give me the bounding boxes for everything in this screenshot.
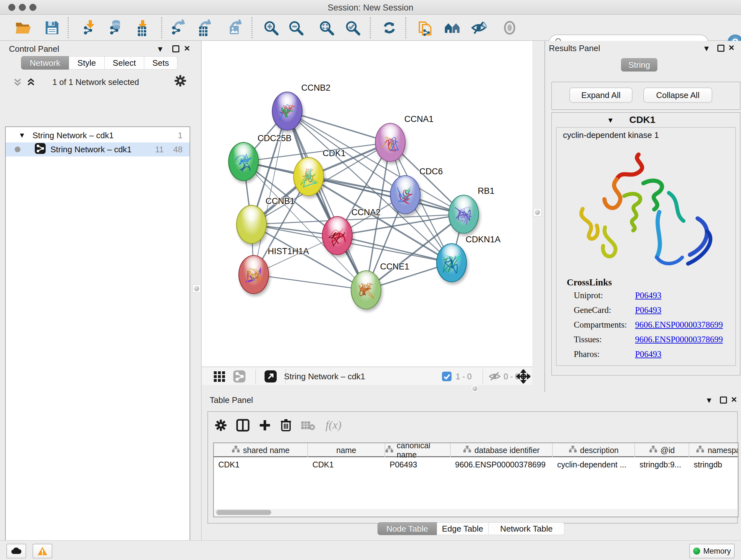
tab-node-table[interactable]: Node Table — [378, 522, 437, 535]
selected-checkbox-icon[interactable] — [442, 371, 452, 383]
fit-content-button[interactable] — [317, 18, 336, 37]
import-table-button[interactable] — [132, 18, 151, 37]
collapse-all-button[interactable]: Collapse All — [643, 87, 712, 103]
external-link-icon[interactable] — [264, 370, 277, 384]
crosslink-link[interactable]: P06493 — [635, 291, 662, 300]
node-CCNE1[interactable] — [351, 270, 381, 309]
crosslink-link[interactable]: 9606.ENSP00000378699 — [635, 320, 723, 330]
table-cell[interactable]: CDK1 — [214, 458, 308, 471]
crosslink-link[interactable]: 9606.ENSP00000378699 — [635, 334, 723, 345]
node-CCNB1[interactable] — [236, 205, 267, 244]
network-collection-row[interactable]: ▼ String Network – cdk1 1 — [6, 129, 190, 142]
node-CCNB2[interactable] — [272, 91, 302, 131]
tab-network[interactable]: Network — [21, 56, 69, 70]
crosslink-link[interactable]: P06493 — [635, 305, 662, 315]
export-network-button[interactable] — [169, 18, 188, 37]
delete-column-button[interactable] — [280, 419, 292, 433]
tab-network-table[interactable]: Network Table — [488, 522, 564, 535]
warning-button[interactable] — [32, 544, 52, 558]
cloud-button[interactable] — [6, 544, 26, 558]
panel-menu-icon[interactable]: ▼ — [703, 44, 711, 53]
hidden-eye-icon[interactable] — [488, 371, 501, 383]
node-CCNA1[interactable] — [375, 123, 406, 162]
table-cell[interactable]: cyclin-dependent ... — [553, 458, 635, 471]
scrollbar-thumb[interactable] — [216, 510, 271, 515]
panel-float-icon[interactable] — [718, 45, 724, 52]
network-canvas[interactable]: CCNB2CCNA1CDC25BCDK1CDC6RB1CCNB1CCNA2CDK… — [202, 41, 532, 367]
export-image-button[interactable] — [225, 18, 245, 37]
refresh-button[interactable] — [380, 18, 399, 37]
copy-documents-share-button[interactable] — [415, 18, 435, 37]
expand-all-button[interactable]: Expand All — [569, 87, 632, 103]
import-network-from-database-button[interactable] — [106, 18, 125, 37]
table-hscrollbar[interactable] — [214, 509, 737, 516]
column-header-name[interactable]: name — [308, 443, 385, 457]
edge-CDK1-RB1[interactable] — [309, 177, 464, 214]
panel-close-icon[interactable]: ✕ — [184, 44, 190, 53]
function-button[interactable]: f(x) — [324, 418, 345, 434]
left-splitter-knob[interactable] — [192, 285, 201, 293]
memory-button[interactable]: Memory — [689, 544, 735, 558]
tab-style[interactable]: Style — [69, 56, 105, 70]
column-header-namespace[interactable]: namespace — [689, 443, 738, 457]
column-header-shared-name[interactable]: shared name — [214, 443, 308, 457]
edge-HIST1H1A-CCNE1[interactable] — [254, 274, 366, 290]
column-header-description[interactable]: description — [553, 443, 635, 457]
node-table[interactable]: shared namenamecanonical namedatabase id… — [213, 442, 738, 517]
panel-float-icon[interactable] — [720, 396, 727, 403]
column-header-database-identifier[interactable]: database identifier — [451, 443, 553, 457]
table-cell[interactable]: 9606.ENSP00000378699 — [451, 458, 553, 471]
tab-select[interactable]: Select — [105, 56, 144, 70]
right-splitter-knob[interactable] — [533, 208, 542, 216]
homes-button[interactable] — [443, 18, 462, 37]
gear-icon[interactable] — [174, 75, 186, 88]
right-splitter[interactable] — [532, 41, 544, 392]
zoom-selected-button[interactable] — [343, 18, 362, 37]
panel-menu-icon[interactable]: ▼ — [705, 396, 713, 405]
add-column-button[interactable] — [259, 419, 271, 433]
share-network-icon[interactable] — [233, 370, 246, 384]
node-CCNA2[interactable] — [322, 216, 353, 255]
node-RB1[interactable] — [448, 195, 479, 234]
left-splitter[interactable] — [192, 41, 202, 540]
node-CDK1[interactable] — [293, 157, 324, 196]
panel-float-icon[interactable] — [172, 45, 179, 52]
panel-menu-icon[interactable]: ▼ — [156, 45, 164, 54]
panel-close-icon[interactable]: ✕ — [728, 44, 735, 52]
bottom-splitter-knob[interactable] — [471, 384, 479, 393]
node-CDC6[interactable] — [390, 175, 421, 214]
collapse-triangle-icon[interactable]: ▼ — [18, 131, 25, 139]
delete-table-button[interactable] — [300, 420, 315, 432]
birdseye-grid-icon[interactable] — [213, 371, 226, 383]
tab-edge-table[interactable]: Edge Table — [437, 522, 488, 535]
split-columns-button[interactable] — [236, 419, 250, 433]
table-cell[interactable]: P06493 — [385, 458, 451, 471]
import-network-from-file-button[interactable] — [78, 18, 98, 37]
zoom-in-button[interactable] — [261, 18, 281, 37]
panel-close-icon[interactable]: ✕ — [731, 395, 737, 404]
table-cell[interactable]: stringdb — [689, 458, 738, 471]
show-all-button[interactable] — [500, 18, 520, 37]
edge-CCNB2-CCNA1[interactable] — [287, 111, 390, 142]
edge-CCNB2-CCNE1[interactable] — [287, 111, 366, 290]
table-cell[interactable]: stringdb:9... — [635, 458, 689, 471]
collapse-entry-icon[interactable]: ▼ — [607, 116, 614, 125]
crosshair-icon[interactable] — [516, 369, 530, 385]
save-session-button[interactable] — [42, 18, 62, 37]
export-table-button[interactable] — [195, 18, 214, 37]
network-row-selected[interactable]: String Network – cdk1 11 48 — [6, 142, 190, 157]
column-header-canonical-name[interactable]: canonical name — [385, 443, 451, 457]
tab-string[interactable]: String — [621, 58, 657, 71]
hide-selected-button[interactable] — [469, 18, 488, 37]
tab-sets[interactable]: Sets — [144, 56, 178, 70]
crosslink-link[interactable]: P06493 — [635, 349, 662, 359]
node-HIST1H1A[interactable] — [239, 255, 269, 294]
table-cell[interactable]: CDK1 — [308, 458, 385, 471]
open-file-button[interactable] — [13, 18, 33, 37]
zoom-out-button[interactable] — [286, 18, 306, 37]
column-header--id[interactable]: @id — [635, 443, 689, 457]
node-CDKN1A[interactable] — [436, 243, 467, 282]
node-CDC25B[interactable] — [228, 142, 259, 181]
gear-button[interactable] — [214, 419, 227, 433]
edge-CCNA2-CDKN1A[interactable] — [337, 236, 452, 263]
